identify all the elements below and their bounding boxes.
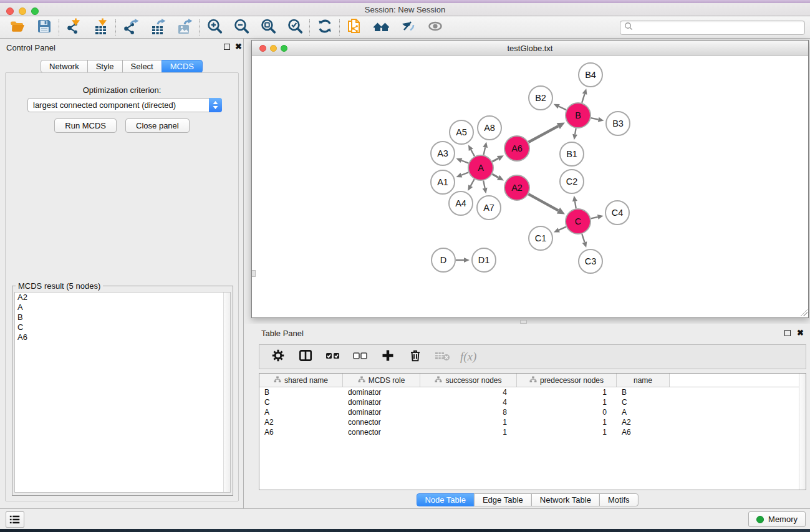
- run-mcds-button[interactable]: Run MCDS: [54, 118, 117, 133]
- deselect-all-button[interactable]: [349, 347, 372, 367]
- memory-button[interactable]: Memory: [748, 511, 806, 527]
- export-image-button[interactable]: [171, 18, 198, 37]
- zoom-in-button[interactable]: [201, 18, 228, 37]
- column-header-predecessor-nodes[interactable]: predecessor nodes: [517, 374, 617, 387]
- graph-arrowhead: [456, 158, 463, 163]
- table-cell: C: [617, 398, 670, 407]
- table-cell: 4: [420, 388, 517, 397]
- tab-style[interactable]: Style: [87, 60, 123, 73]
- mcds-result-item[interactable]: C: [15, 322, 230, 332]
- tab-select[interactable]: Select: [122, 60, 162, 73]
- table-row[interactable]: Adominator80A: [259, 407, 806, 417]
- graph-edge-A-A5[interactable]: [471, 150, 475, 156]
- graph-edge-C-C4[interactable]: [591, 217, 597, 219]
- tab-network-table[interactable]: Network Table: [531, 493, 600, 506]
- open-session-button[interactable]: [4, 18, 31, 37]
- tab-motifs[interactable]: Motifs: [599, 493, 639, 506]
- show-panel-button[interactable]: [422, 18, 448, 37]
- column-header-successor-nodes[interactable]: successor nodes: [420, 374, 517, 387]
- search-box[interactable]: [620, 21, 805, 35]
- column-header-shared-name[interactable]: shared name: [259, 374, 343, 387]
- table-cell: A6: [259, 428, 343, 437]
- export-table-button[interactable]: [144, 18, 171, 37]
- graph-node-label-A2: A2: [511, 183, 523, 193]
- mcds-result-item[interactable]: A2: [15, 293, 230, 302]
- tab-network[interactable]: Network: [41, 60, 88, 73]
- table-cell: A2: [617, 418, 670, 427]
- task-history-button[interactable]: [6, 511, 24, 528]
- table-close-panel-icon[interactable]: ✖: [797, 328, 804, 337]
- network-window-titlebar[interactable]: testGlobe.txt: [252, 41, 808, 56]
- graph-edge-C-C2[interactable]: [575, 201, 576, 209]
- graph-edge-A-A1[interactable]: [461, 172, 468, 175]
- export-network-button[interactable]: [117, 18, 144, 37]
- gear-button[interactable]: [267, 347, 289, 367]
- export-image-icon: [176, 17, 193, 37]
- tab-edge-table[interactable]: Edge Table: [474, 493, 532, 506]
- desktop-wallpaper-bottom: [0, 529, 810, 532]
- tab-mcds[interactable]: MCDS: [162, 60, 203, 73]
- window-resize-grip[interactable]: [800, 309, 808, 316]
- canvas-splitter-handle[interactable]: [252, 270, 256, 277]
- graph-edge-B-B1[interactable]: [575, 128, 576, 135]
- graph-edge-A6-B[interactable]: [528, 126, 558, 142]
- import-network-button[interactable]: [60, 18, 87, 37]
- close-panel-button[interactable]: Close panel: [125, 118, 190, 133]
- zoom-fit-button[interactable]: [254, 18, 281, 37]
- result-list-scrollbar[interactable]: [223, 293, 230, 492]
- refresh-icon: [317, 18, 333, 37]
- criterion-dropdown[interactable]: largest connected component (directed): [27, 98, 222, 112]
- graph-edge-C-C3[interactable]: [582, 234, 584, 242]
- graph-edge-A-A2[interactable]: [492, 174, 498, 177]
- add-column-button[interactable]: [377, 347, 399, 367]
- tab-node-table[interactable]: Node Table: [416, 493, 475, 506]
- mcds-result-item[interactable]: B: [15, 312, 230, 322]
- graph-edge-B-B3[interactable]: [591, 118, 599, 119]
- graph-arrowhead: [597, 215, 604, 220]
- column-header-MCDS-role[interactable]: MCDS role: [343, 374, 420, 387]
- float-panel-icon[interactable]: [224, 44, 230, 50]
- close-panel-icon[interactable]: ✖: [235, 42, 242, 51]
- graph-edge-C-C1[interactable]: [559, 227, 566, 230]
- table-row[interactable]: Bdominator41B: [259, 387, 806, 397]
- first-neighbors-button[interactable]: [368, 18, 395, 37]
- network-graph: B4B2BB3A8A5A6B1A3AC2A1A2A4A7C4CC1C3DD1: [252, 56, 808, 317]
- network-canvas[interactable]: B4B2BB3A8A5A6B1A3AC2A1A2A4A7C4CC1C3DD1: [252, 56, 808, 317]
- table-cell: 8: [420, 408, 517, 417]
- new-network-button[interactable]: [341, 18, 368, 37]
- save-session-button[interactable]: [31, 18, 57, 37]
- split-view-button[interactable]: [294, 347, 317, 367]
- delete-column-button[interactable]: [404, 347, 427, 367]
- graph-edge-A-A3[interactable]: [461, 160, 468, 163]
- graph-node-label-B1: B1: [566, 149, 577, 159]
- table-scrollbar[interactable]: [799, 374, 806, 490]
- graph-edge-A-A4[interactable]: [471, 179, 475, 186]
- mcds-result-item[interactable]: A: [15, 302, 230, 312]
- search-input[interactable]: [635, 23, 801, 32]
- graph-edge-A-A6[interactable]: [493, 158, 498, 162]
- zoom-selected-button[interactable]: [281, 18, 308, 37]
- hierarchy-icon: [435, 376, 442, 385]
- zoom-out-button[interactable]: [228, 18, 254, 37]
- show-panel-icon: [427, 18, 444, 37]
- select-all-button[interactable]: [322, 347, 344, 367]
- graph-edge-A-A7[interactable]: [483, 181, 485, 188]
- hierarchy-icon: [529, 376, 537, 385]
- delete-table-button[interactable]: [432, 347, 454, 367]
- column-header-name[interactable]: name: [617, 374, 670, 387]
- import-table-button[interactable]: [87, 18, 114, 37]
- table-row[interactable]: Cdominator41C: [259, 397, 806, 407]
- graph-edge-A-A8[interactable]: [483, 147, 485, 155]
- table-row[interactable]: A2connector11A2: [259, 417, 806, 427]
- hierarchy-icon: [358, 376, 365, 385]
- graph-edge-B-B2[interactable]: [559, 107, 566, 110]
- graph-edge-B-B4[interactable]: [582, 94, 584, 103]
- table-float-panel-icon[interactable]: [784, 330, 791, 336]
- table-cell: 1: [517, 428, 617, 437]
- search-icon: [624, 22, 633, 33]
- mcds-result-item[interactable]: A6: [15, 332, 230, 342]
- hide-panel-button[interactable]: [395, 18, 422, 37]
- graph-edge-A2-C[interactable]: [528, 194, 558, 210]
- table-row[interactable]: A6connector11A6: [259, 427, 806, 437]
- refresh-button[interactable]: [311, 18, 338, 37]
